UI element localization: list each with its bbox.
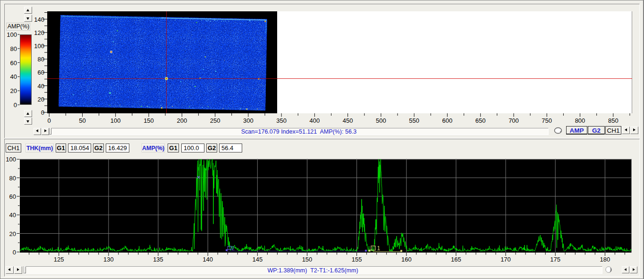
svg-text:20: 20: [10, 87, 17, 94]
svg-text:120: 120: [34, 29, 44, 36]
svg-text:2: 2: [232, 245, 235, 251]
svg-text:180: 180: [600, 256, 610, 263]
svg-text:0: 0: [14, 101, 17, 109]
svg-text:150: 150: [302, 256, 313, 263]
svg-text:140: 140: [34, 16, 44, 23]
svg-text:125: 125: [54, 256, 64, 263]
svg-text:0: 0: [13, 249, 16, 256]
svg-text:145: 145: [252, 256, 263, 263]
svg-text:140: 140: [203, 256, 213, 263]
svg-text:0: 0: [48, 117, 51, 124]
svg-text:100: 100: [7, 31, 17, 38]
svg-text:850: 850: [608, 117, 619, 124]
svg-text:175: 175: [550, 256, 560, 263]
svg-text:150: 150: [144, 117, 154, 124]
svg-text:550: 550: [409, 117, 419, 124]
svg-text:160: 160: [401, 256, 412, 263]
svg-text:20: 20: [9, 230, 16, 237]
svg-text:60: 60: [9, 193, 16, 200]
svg-text:1: 1: [377, 245, 381, 252]
svg-text:155: 155: [352, 256, 362, 263]
svg-text:250: 250: [210, 117, 220, 124]
svg-text:135: 135: [153, 256, 163, 263]
svg-text:80: 80: [10, 45, 17, 52]
svg-text:40: 40: [10, 73, 17, 80]
svg-text:40: 40: [38, 83, 44, 90]
svg-text:60: 60: [38, 69, 44, 76]
svg-text:50: 50: [79, 117, 85, 124]
svg-text:750: 750: [542, 117, 552, 124]
svg-text:130: 130: [103, 256, 114, 263]
svg-text:450: 450: [343, 117, 353, 124]
svg-text:350: 350: [276, 117, 287, 124]
svg-text:60: 60: [10, 59, 17, 67]
svg-text:100: 100: [6, 156, 16, 163]
svg-text:700: 700: [508, 117, 519, 124]
svg-text:400: 400: [310, 117, 320, 124]
svg-text:170: 170: [500, 256, 511, 263]
svg-text:80: 80: [9, 175, 16, 182]
svg-text:600: 600: [442, 117, 453, 124]
svg-text:20: 20: [38, 96, 44, 103]
svg-text:500: 500: [376, 117, 386, 124]
svg-text:AMP(%): AMP(%): [8, 23, 30, 30]
svg-text:650: 650: [475, 117, 486, 124]
svg-text:40: 40: [9, 211, 16, 219]
svg-text:80: 80: [38, 56, 44, 63]
svg-text:800: 800: [575, 117, 585, 124]
svg-text:165: 165: [451, 256, 461, 263]
svg-text:300: 300: [243, 117, 254, 124]
svg-text:200: 200: [177, 117, 187, 124]
svg-text:100: 100: [110, 117, 121, 124]
svg-text:100: 100: [34, 42, 44, 50]
svg-text:0: 0: [41, 109, 44, 116]
